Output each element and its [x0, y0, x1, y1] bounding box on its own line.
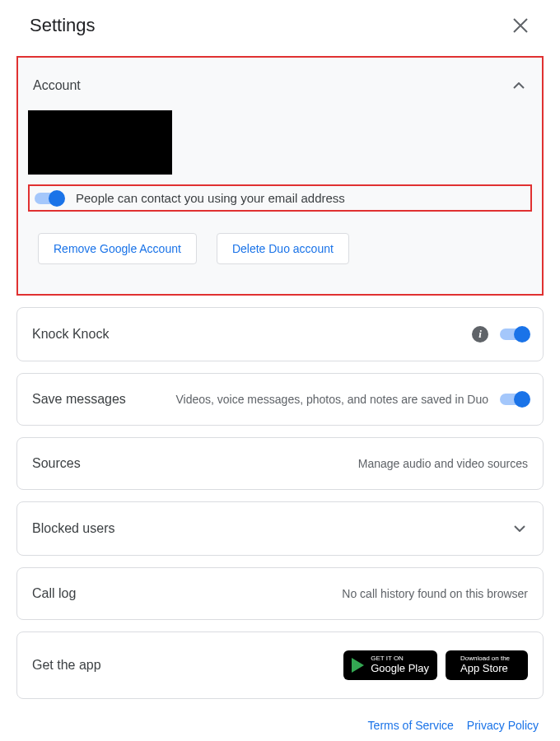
settings-header: Settings [16, 15, 544, 36]
google-play-badge[interactable]: GET IT ON Google Play [343, 650, 437, 680]
account-header-row[interactable]: Account [18, 58, 542, 110]
knock-knock-section: Knock Knock i [16, 307, 544, 361]
sources-desc: Manage audio and video sources [358, 457, 528, 470]
toggle-knob [514, 326, 530, 343]
page-title: Settings [30, 15, 96, 36]
sources-title: Sources [32, 456, 81, 471]
sources-section[interactable]: Sources Manage audio and video sources [16, 437, 544, 490]
google-play-small-text: GET IT ON [371, 655, 429, 662]
close-icon [513, 18, 528, 33]
info-icon[interactable]: i [472, 326, 488, 343]
blocked-users-title: Blocked users [32, 521, 115, 536]
account-title: Account [33, 78, 81, 93]
knock-knock-toggle[interactable] [500, 329, 528, 340]
remove-google-account-button[interactable]: Remove Google Account [38, 233, 197, 264]
call-log-title: Call log [32, 586, 76, 601]
save-messages-section: Save messages Videos, voice messages, ph… [16, 373, 544, 426]
knock-knock-title: Knock Knock [32, 327, 109, 342]
privacy-policy-link[interactable]: Privacy Policy [467, 719, 539, 732]
account-identity-redacted [28, 110, 172, 175]
app-store-small-text: Download on the [460, 655, 510, 662]
chevron-up-icon [511, 77, 527, 94]
close-button[interactable] [511, 16, 530, 35]
get-the-app-section: Get the app GET IT ON Google Play Downlo… [16, 631, 544, 699]
save-messages-title: Save messages [32, 392, 126, 407]
footer-links: Terms of Service Privacy Policy [16, 711, 544, 732]
account-buttons: Remove Google Account Delete Duo account [18, 233, 542, 294]
email-contact-row: People can contact you using your email … [28, 184, 532, 212]
blocked-users-section[interactable]: Blocked users [16, 501, 544, 556]
email-contact-label: People can contact you using your email … [76, 191, 345, 205]
call-log-section: Call log No call history found on this b… [16, 567, 544, 620]
get-the-app-title: Get the app [32, 658, 101, 673]
email-contact-toggle[interactable] [35, 193, 63, 204]
app-store-big-text: App Store [460, 662, 510, 675]
save-messages-desc: Videos, voice messages, photos, and note… [175, 393, 488, 406]
google-play-icon [352, 658, 364, 673]
app-store-badge[interactable]: Download on the App Store [446, 650, 528, 680]
toggle-knob [514, 391, 530, 408]
call-log-desc: No call history found on this browser [342, 587, 528, 600]
save-messages-toggle[interactable] [500, 394, 528, 405]
terms-of-service-link[interactable]: Terms of Service [368, 719, 454, 732]
toggle-knob [49, 190, 65, 207]
account-section: Account People can contact you using you… [16, 56, 544, 296]
google-play-big-text: Google Play [371, 662, 429, 675]
delete-duo-account-button[interactable]: Delete Duo account [217, 233, 349, 264]
chevron-down-icon [511, 520, 528, 537]
